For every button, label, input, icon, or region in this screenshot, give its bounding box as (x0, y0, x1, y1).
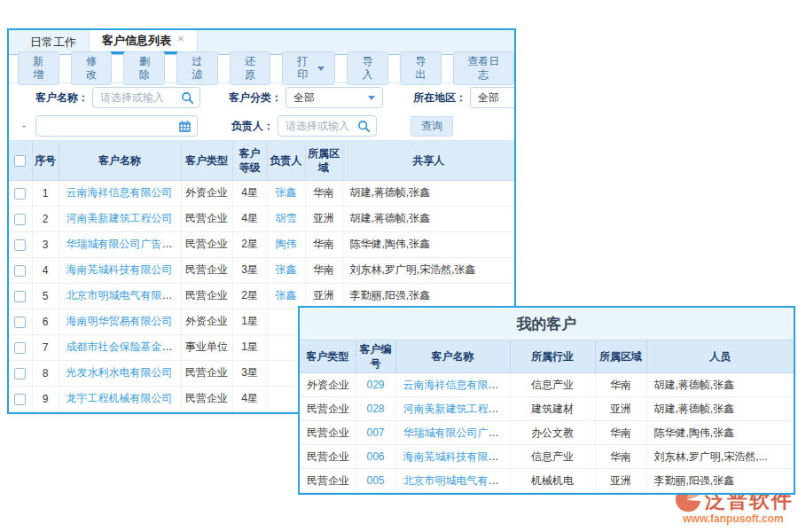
row-serial: 3 (32, 231, 59, 257)
table-row[interactable]: 2 河南美新建筑工程公司 民营企业 4星 胡雪 亚洲 胡建,蒋德帧,张鑫 (9, 206, 514, 231)
tab-close-icon[interactable]: × (177, 33, 184, 44)
import-button[interactable]: 导入 (347, 51, 388, 85)
customer-category-select[interactable]: 全部 (286, 87, 383, 108)
ocol-type: 客户类型 (300, 340, 356, 373)
customer-type-cell: 民营企业 (181, 360, 232, 386)
row-checkbox[interactable] (14, 239, 26, 251)
filter-row-2: - 负责人： 查询 (9, 112, 514, 140)
row-checkbox[interactable] (14, 214, 26, 225)
overlay-header-row: 客户类型 客户编号 客户名称 所属行业 所属区域 人员 (300, 340, 794, 373)
row-checkbox[interactable] (14, 342, 26, 354)
owner-link[interactable]: 陶伟 (276, 238, 297, 250)
calendar-icon[interactable] (178, 120, 192, 133)
customer-name-link[interactable]: 成都市社会保险基金管理... (66, 340, 182, 353)
customer-type-cell: 民营企业 (300, 421, 356, 445)
customer-code-link[interactable]: 005 (366, 474, 384, 487)
industry-cell: 信息产业 (510, 445, 595, 469)
customer-name-field[interactable] (92, 87, 200, 108)
overlay-table-row[interactable]: 民营企业 006 海南芜城科技有限公司 信息产业 华南 刘东林,罗广明,宋浩然,… (300, 445, 794, 469)
toolbar: 新增 修改 删除 过滤 还原 打印 导入 导出 查看日志 (9, 55, 514, 83)
owner-link[interactable]: 张鑫 (276, 186, 297, 199)
table-row[interactable]: 4 海南芜城科技有限公司 民营企业 3星 张鑫 华南 刘东林,罗广明,宋浩然,张… (9, 257, 514, 283)
delete-button[interactable]: 删除 (123, 51, 165, 85)
owner-link[interactable]: 张鑫 (276, 263, 297, 276)
row-checkbox[interactable] (14, 368, 26, 379)
overlay-table-row[interactable]: 外资企业 029 云南海祥信息有限公司 信息产业 华南 胡建,蒋德帧,张鑫 (300, 373, 794, 397)
customer-name-link[interactable]: 海南芜城科技有限公司 (66, 263, 173, 276)
owner-link[interactable]: 张鑫 (276, 289, 297, 301)
date-field[interactable] (35, 115, 198, 137)
row-serial: 4 (32, 257, 59, 283)
print-button-label: 打印 (293, 55, 312, 82)
table-row[interactable]: 1 云南海祥信息有限公司 外资企业 4星 张鑫 华南 胡建,蒋德帧,张鑫 (9, 180, 514, 206)
search-icon[interactable] (357, 120, 371, 133)
tab-customer-list[interactable]: 客户信息列表 × (89, 30, 198, 54)
customer-type-cell: 民营企业 (300, 445, 356, 469)
customer-type-cell: 事业单位 (181, 334, 232, 360)
customer-code-link[interactable]: 007 (366, 426, 384, 439)
shared-people-cell: 陈华健,陶伟,张鑫 (342, 231, 514, 257)
tab-customer-list-label: 客户信息列表 (102, 33, 171, 49)
industry-cell: 信息产业 (510, 373, 595, 397)
edit-button[interactable]: 修改 (71, 51, 113, 85)
owner-input[interactable] (286, 120, 355, 132)
export-button[interactable]: 导出 (400, 51, 442, 85)
customer-name-link[interactable]: 河南美新建筑工程公司 (403, 403, 510, 415)
tab-daily-work[interactable]: 日常工作 (18, 30, 89, 54)
customer-name-link[interactable]: 龙宇工程机械有限公司 (66, 392, 173, 404)
query-button[interactable]: 查询 (411, 116, 453, 137)
customer-name-link[interactable]: 云南海祥信息有限公司 (66, 186, 173, 199)
row-serial: 9 (32, 386, 59, 411)
date-input[interactable] (43, 120, 176, 132)
customer-level-cell: 3星 (232, 360, 267, 386)
customer-name-link[interactable]: 华瑞城有限公司广告设计部 (403, 426, 511, 439)
customer-name-link[interactable]: 海南芜城科技有限公司 (403, 450, 510, 463)
customer-name-link[interactable]: 河南美新建筑工程公司 (66, 212, 173, 224)
people-cell: 刘东林,罗广明,宋浩然,... (646, 445, 794, 469)
search-icon[interactable] (181, 91, 194, 105)
customer-name-link[interactable]: 北京市明城电气有限公司 (66, 289, 182, 301)
region-filter-select[interactable]: 全部 (470, 87, 514, 108)
row-checkbox[interactable] (14, 291, 26, 302)
region-cell: 亚洲 (305, 283, 342, 309)
customer-name-link[interactable]: 北京市明城电气有限公司 (403, 474, 511, 487)
customer-type-cell: 外资企业 (181, 309, 232, 334)
row-serial: 2 (32, 206, 59, 231)
customer-name-link[interactable]: 华瑞城有限公司广告设计部 (66, 238, 182, 250)
view-log-button[interactable]: 查看日志 (453, 51, 514, 85)
row-checkbox[interactable] (14, 188, 26, 200)
customer-code-link[interactable]: 006 (366, 450, 384, 463)
customer-code-link[interactable]: 028 (366, 403, 384, 415)
select-all-checkbox[interactable] (14, 155, 26, 167)
owner-field[interactable] (278, 115, 377, 137)
col-customer-level: 客户等级 (232, 141, 267, 180)
customer-name-link[interactable]: 云南海祥信息有限公司 (403, 379, 510, 391)
row-checkbox[interactable] (14, 317, 26, 328)
industry-cell: 建筑建材 (510, 397, 595, 421)
row-checkbox[interactable] (14, 394, 26, 405)
owner-link[interactable]: 胡雪 (276, 212, 297, 224)
chevron-down-icon (368, 96, 375, 100)
restore-button[interactable]: 还原 (230, 51, 271, 85)
customer-level-cell: 2星 (232, 283, 267, 309)
table-row[interactable]: 5 北京市明城电气有限公司 民营企业 2星 张鑫 亚洲 李勤丽,阳强,张鑫 (9, 283, 514, 309)
shared-people-cell: 胡建,蒋德帧,张鑫 (342, 206, 514, 231)
shared-people-cell: 刘东林,罗广明,宋浩然,张鑫 (342, 257, 514, 283)
col-customer-name: 客户名称 (59, 141, 181, 180)
new-button[interactable]: 新增 (18, 51, 59, 85)
customer-name-link[interactable]: 海南明华贸易有限公司 (66, 315, 173, 327)
print-button[interactable]: 打印 (282, 51, 335, 85)
date-range-dash: - (20, 120, 28, 132)
customer-name-input[interactable] (100, 91, 178, 104)
overlay-table-row[interactable]: 民营企业 007 华瑞城有限公司广告设计部 办公文教 华南 陈华健,陶伟,张鑫 (300, 421, 794, 445)
customer-level-cell: 4星 (232, 180, 267, 206)
customer-code-link[interactable]: 029 (366, 379, 384, 391)
customer-name-link[interactable]: 光发水利水电有限公司 (66, 366, 173, 379)
table-row[interactable]: 3 华瑞城有限公司广告设计部 民营企业 2星 陶伟 华南 陈华健,陶伟,张鑫 (9, 231, 514, 257)
row-checkbox[interactable] (14, 265, 26, 277)
customer-level-cell: 4星 (232, 206, 267, 231)
overlay-table-row[interactable]: 民营企业 005 北京市明城电气有限公司 机械机电 亚洲 李勤丽,阳强,张鑫 (300, 469, 794, 493)
filter-row-1: 客户名称： 客户分类： 全部 所在地区： 全部 (9, 83, 514, 112)
filter-button[interactable]: 过滤 (176, 51, 218, 85)
overlay-table-row[interactable]: 民营企业 028 河南美新建筑工程公司 建筑建材 亚洲 胡建,蒋德帧,张鑫 (300, 397, 794, 421)
